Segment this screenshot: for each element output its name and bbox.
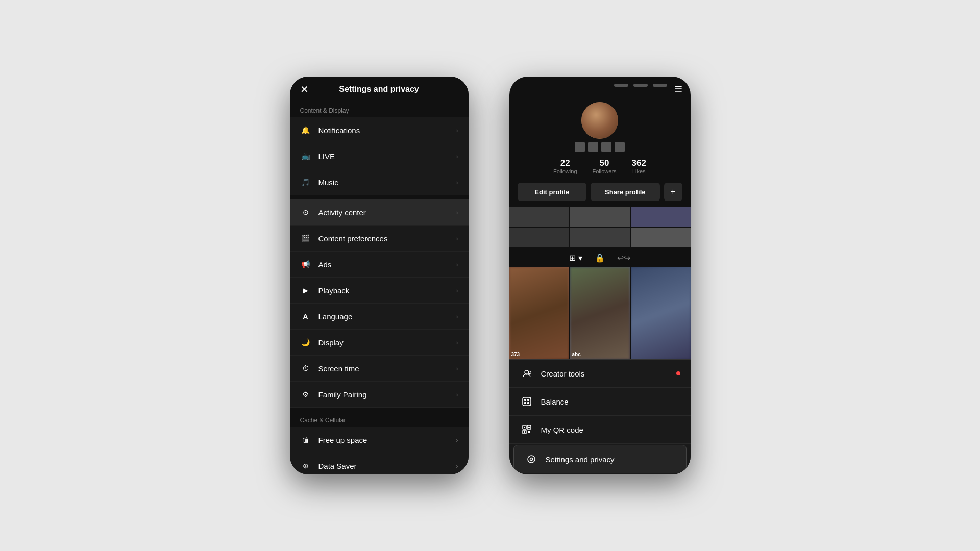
live-icon: 📺: [300, 151, 311, 162]
likes-label: Likes: [632, 168, 646, 174]
display-label: Display: [318, 338, 456, 347]
back-button[interactable]: ✕: [300, 83, 309, 95]
ads-label: Ads: [318, 260, 456, 269]
chevron-icon: ›: [456, 153, 458, 160]
edit-profile-button[interactable]: Edit profile: [518, 183, 587, 201]
video-count: 373: [511, 352, 520, 357]
stat-likes[interactable]: 362 Likes: [632, 158, 646, 174]
likes-count: 362: [632, 158, 646, 168]
profile-top-bar: ☰: [509, 77, 691, 98]
settings-item-notifications[interactable]: 🔔 Notifications ›: [290, 117, 469, 143]
video-thumb-blur: [509, 267, 569, 359]
grid-tab[interactable]: ⊞ ▾: [569, 253, 582, 263]
svg-rect-12: [524, 431, 525, 433]
settings-privacy-label: Settings and privacy: [546, 455, 615, 464]
language-icon: A: [300, 311, 311, 322]
top-bar-dot: [633, 84, 648, 87]
settings-item-free-up-space[interactable]: 🗑 Free up space ›: [290, 427, 469, 453]
notifications-icon: 🔔: [300, 124, 311, 136]
music-label: Music: [318, 178, 456, 187]
profile-actions: Edit profile Share profile +: [518, 183, 682, 201]
settings-item-activity-center[interactable]: ⊙ Activity center ›: [290, 199, 469, 226]
content-prefs-icon: 🎬: [300, 233, 311, 244]
notifications-label: Notifications: [318, 126, 456, 135]
followers-count: 50: [593, 158, 617, 168]
menu-item-creator-tools[interactable]: Creator tools: [509, 360, 691, 388]
svg-rect-4: [527, 399, 529, 401]
chevron-icon: ›: [456, 287, 458, 294]
video-thumb-blur: [570, 267, 630, 359]
display-icon: 🌙: [300, 337, 311, 348]
screen-time-icon: ⏱: [300, 363, 311, 374]
repost-tab[interactable]: ↩↪: [617, 253, 630, 263]
top-bar-dot: [653, 84, 667, 87]
chevron-icon: ›: [456, 235, 458, 242]
section-cache-cellular: Cache & Cellular: [290, 412, 469, 427]
thumbnail[interactable]: [570, 228, 630, 247]
data-saver-icon: ⊕: [300, 460, 311, 471]
svg-point-14: [528, 456, 535, 463]
profile-badges: [509, 142, 691, 152]
profile-stats: 22 Following 50 Followers 362 Likes: [509, 158, 691, 174]
video-thumb[interactable]: 373: [509, 267, 569, 359]
music-icon: 🎵: [300, 177, 311, 188]
settings-item-screen-time[interactable]: ⏱ Screen time ›: [290, 356, 469, 382]
followers-label: Followers: [593, 168, 617, 174]
page-title: Settings and privacy: [339, 85, 419, 94]
stat-followers[interactable]: 50 Followers: [593, 158, 617, 174]
thumbnail[interactable]: [631, 207, 691, 227]
chevron-icon: ›: [456, 436, 458, 444]
settings-item-music[interactable]: 🎵 Music ›: [290, 169, 469, 195]
chevron-icon: ›: [456, 209, 458, 216]
following-label: Following: [553, 168, 577, 174]
settings-list: Content & Display 🔔 Notifications › 📺 LI…: [290, 102, 469, 474]
video-count: abc: [572, 352, 581, 357]
menu-item-balance[interactable]: Balance: [509, 388, 691, 416]
data-saver-label: Data Saver: [318, 462, 456, 470]
profile-tabs: ⊞ ▾ 🔒 ↩↪: [509, 249, 691, 267]
creator-tools-label: Creator tools: [541, 369, 585, 378]
chevron-icon: ›: [456, 179, 458, 186]
share-profile-button[interactable]: Share profile: [591, 183, 660, 201]
free-space-label: Free up space: [318, 436, 456, 444]
add-user-button[interactable]: +: [664, 183, 682, 201]
balance-icon: [520, 394, 534, 409]
badge-icon: [615, 142, 625, 152]
chevron-icon: ›: [456, 313, 458, 320]
settings-item-ads[interactable]: 📢 Ads ›: [290, 252, 469, 278]
menu-item-settings-privacy[interactable]: Settings and privacy: [513, 445, 687, 473]
avatar-image: [581, 102, 618, 139]
divider: [290, 408, 469, 412]
menu-item-qr-code[interactable]: My QR code: [509, 416, 691, 444]
settings-item-display[interactable]: 🌙 Display ›: [290, 330, 469, 356]
ads-icon: 📢: [300, 259, 311, 270]
settings-header: ✕ Settings and privacy: [290, 77, 469, 102]
thumbnail[interactable]: [509, 207, 569, 227]
video-grid: 373 abc: [509, 267, 691, 359]
settings-item-content-preferences[interactable]: 🎬 Content preferences ›: [290, 226, 469, 252]
playback-label: Playback: [318, 286, 456, 295]
thumbnail[interactable]: [631, 228, 691, 247]
hamburger-icon[interactable]: ☰: [674, 84, 682, 95]
lock-tab[interactable]: 🔒: [595, 253, 605, 263]
video-thumb[interactable]: abc: [570, 267, 630, 359]
settings-item-live[interactable]: 📺 LIVE ›: [290, 143, 469, 169]
thumbnail[interactable]: [570, 207, 630, 227]
video-thumb-blur: [631, 267, 691, 359]
settings-item-family-pairing[interactable]: ⚙ Family Pairing ›: [290, 382, 469, 408]
stat-following[interactable]: 22 Following: [553, 158, 577, 174]
notification-dot: [676, 371, 680, 375]
right-phone: ☰ 22 Following 50 Followers 362 Likes Ed…: [509, 77, 691, 474]
video-thumb[interactable]: [631, 267, 691, 359]
thumbnail[interactable]: [509, 228, 569, 247]
chevron-icon: ›: [456, 365, 458, 372]
settings-item-data-saver[interactable]: ⊕ Data Saver ›: [290, 453, 469, 474]
chevron-icon: ›: [456, 391, 458, 398]
activity-center-icon: ⊙: [300, 207, 311, 218]
settings-item-language[interactable]: A Language ›: [290, 304, 469, 330]
divider: [290, 195, 469, 199]
svg-rect-5: [524, 402, 526, 404]
family-pairing-label: Family Pairing: [318, 390, 456, 399]
settings-item-playback[interactable]: ▶ Playback ›: [290, 278, 469, 304]
avatar: [581, 102, 618, 139]
